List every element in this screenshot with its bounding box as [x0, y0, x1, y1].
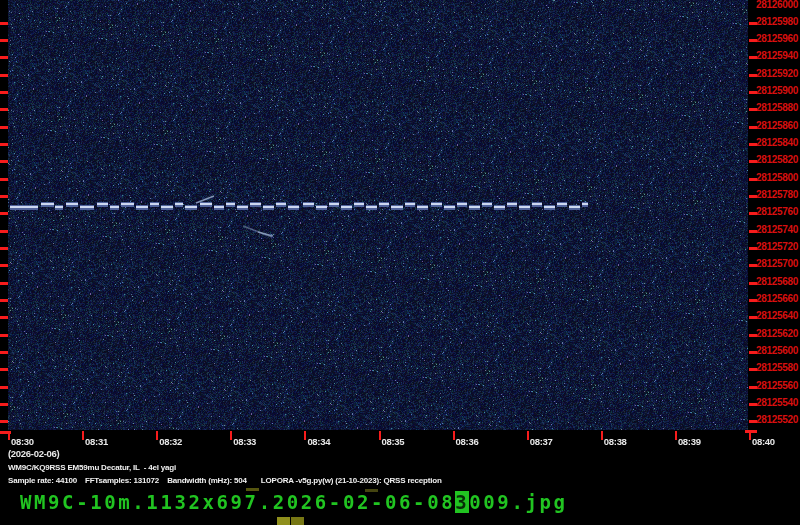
frequency-tick	[749, 368, 757, 371]
frequency-tick-left	[0, 316, 8, 319]
frequency-tick-left	[0, 282, 8, 285]
frequency-tick	[749, 160, 757, 163]
frequency-tick-left	[0, 403, 8, 406]
frequency-label: 28125780	[756, 190, 798, 200]
olive-artifact	[291, 517, 304, 525]
time-label: 08:40	[752, 436, 775, 447]
frequency-tick-left	[0, 39, 8, 42]
frequency-tick-left	[0, 178, 8, 181]
frequency-axis: 2812600028125980281259602812594028125920…	[748, 0, 800, 446]
time-label: 08:38	[604, 436, 627, 447]
time-label: 08:39	[678, 436, 701, 447]
frequency-tick	[749, 316, 757, 319]
frequency-label: 28125720	[756, 242, 798, 252]
frequency-label: 28125520	[756, 415, 798, 425]
frequency-tick	[749, 264, 757, 267]
frequency-label: 28125940	[756, 51, 798, 61]
frequency-label: 28125540	[756, 398, 798, 408]
time-label: 08:34	[307, 436, 330, 447]
time-tick	[304, 431, 306, 440]
olive-artifact	[365, 489, 378, 492]
frequency-tick-left	[0, 74, 8, 77]
frequency-label: 28125660	[756, 294, 798, 304]
frequency-label: 28125580	[756, 363, 798, 373]
axis-corner-mark-right	[745, 430, 757, 433]
frequency-tick	[749, 178, 757, 181]
frequency-tick-left	[0, 22, 8, 25]
text-cursor[interactable]: 3	[455, 491, 469, 513]
time-tick	[230, 431, 232, 440]
frequency-tick	[749, 22, 757, 25]
frequency-label: 28125880	[756, 103, 798, 113]
filename-text: WM9C-10m.1132x697.2026-02-06-083009.jpg	[20, 491, 568, 513]
frequency-label: 28125600	[756, 346, 798, 356]
time-label: 08:36	[456, 436, 479, 447]
frequency-tick-left	[0, 56, 8, 59]
date-label: (2026-02-06)	[8, 448, 59, 459]
frequency-tick	[749, 39, 757, 42]
frequency-label: 28125920	[756, 69, 798, 79]
frequency-tick	[749, 282, 757, 285]
time-label: 08:33	[233, 436, 256, 447]
filename-suffix: 009.jpg	[469, 491, 567, 513]
frequency-label: 28125980	[756, 17, 798, 27]
frequency-label: 28125760	[756, 207, 798, 217]
time-axis: (2026-02-06) 08:3008:3108:3208:3308:3408…	[0, 430, 800, 462]
frequency-label: 28125680	[756, 277, 798, 287]
frequency-tick-left	[0, 334, 8, 337]
frequency-tick	[749, 143, 757, 146]
frequency-tick	[749, 74, 757, 77]
frequency-tick	[749, 334, 757, 337]
frequency-label: 28125860	[756, 121, 798, 131]
time-tick	[82, 431, 84, 440]
qrss-grabber-screenshot: 2812600028125980281259602812594028125920…	[0, 0, 800, 525]
axis-corner-mark-left	[0, 431, 11, 434]
frequency-label: 28125640	[756, 311, 798, 321]
left-frequency-ticks	[0, 0, 8, 446]
frequency-label: 28125700	[756, 259, 798, 269]
time-label: 08:37	[530, 436, 553, 447]
frequency-tick	[749, 386, 757, 389]
frequency-tick-left	[0, 195, 8, 198]
frequency-tick-left	[0, 91, 8, 94]
frequency-tick-left	[0, 368, 8, 371]
frequency-tick-left	[0, 420, 8, 423]
frequency-tick-left	[0, 160, 8, 163]
frequency-tick	[749, 91, 757, 94]
time-label: 08:30	[11, 436, 34, 447]
frequency-label: 28126000	[756, 0, 798, 10]
time-tick	[453, 431, 455, 440]
station-info-line1: WM9C/KQ9RSS EM59mu Decatur, IL - 4el yag…	[8, 463, 176, 472]
frequency-tick	[749, 247, 757, 250]
frequency-label: 28125960	[756, 34, 798, 44]
time-tick	[379, 431, 381, 440]
filename-prefix: WM9C-10m.1132x697.2026-02-06-08	[20, 491, 455, 513]
time-tick	[601, 431, 603, 440]
frequency-tick	[749, 108, 757, 111]
frequency-tick	[749, 403, 757, 406]
olive-artifact	[246, 488, 259, 491]
frequency-tick-left	[0, 386, 8, 389]
spectrogram-canvas	[8, 0, 748, 433]
time-tick	[675, 431, 677, 440]
frequency-tick	[749, 420, 757, 423]
frequency-tick-left	[0, 126, 8, 129]
time-tick	[156, 431, 158, 440]
frequency-tick-left	[0, 143, 8, 146]
frequency-label: 28125740	[756, 225, 798, 235]
frequency-label: 28125560	[756, 381, 798, 391]
frequency-label: 28125820	[756, 155, 798, 165]
frequency-label: 28125840	[756, 138, 798, 148]
frequency-tick	[749, 212, 757, 215]
frequency-tick-left	[0, 299, 8, 302]
frequency-tick	[749, 299, 757, 302]
frequency-tick-left	[0, 351, 8, 354]
station-info-line2: Sample rate: 44100 FFTsamples: 131072 Ba…	[8, 476, 442, 485]
frequency-label: 28125900	[756, 86, 798, 96]
frequency-label: 28125800	[756, 173, 798, 183]
frequency-tick	[749, 230, 757, 233]
frequency-tick-left	[0, 230, 8, 233]
frequency-tick-left	[0, 212, 8, 215]
time-label: 08:35	[382, 436, 405, 447]
frequency-tick	[749, 126, 757, 129]
